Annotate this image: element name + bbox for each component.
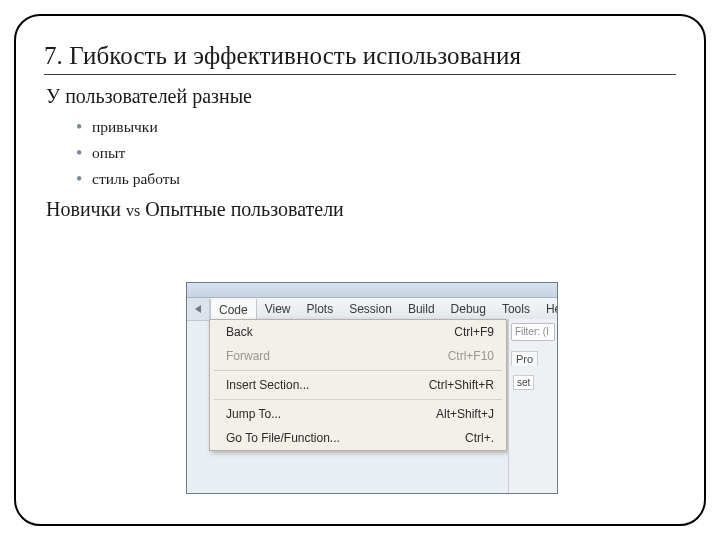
tab-build[interactable]: Build	[400, 298, 443, 320]
menu-item-go-to-file[interactable]: Go To File/Function... Ctrl+.	[210, 426, 506, 450]
slide-title: 7. Гибкость и эффективность использовани…	[44, 42, 676, 70]
menu-item-insert-section[interactable]: Insert Section... Ctrl+Shift+R	[210, 373, 506, 397]
menu-item-label: Back	[226, 325, 253, 339]
dropdown-menu: Back Ctrl+F9 Forward Ctrl+F10 Insert Sec…	[209, 319, 507, 451]
subheading-2-vs: vs	[126, 202, 140, 219]
tab-plots[interactable]: Plots	[298, 298, 341, 320]
nav-back-button[interactable]	[187, 298, 210, 320]
right-button-fragment[interactable]: set	[513, 375, 534, 390]
menu-item-shortcut: Ctrl+F10	[448, 349, 494, 363]
menu-separator	[214, 370, 502, 371]
menu-item-forward: Forward Ctrl+F10	[210, 344, 506, 368]
tab-tools[interactable]: Tools	[494, 298, 538, 320]
tab-view[interactable]: View	[257, 298, 299, 320]
slide-content: 7. Гибкость и эффективность использовани…	[44, 42, 676, 221]
subheading-2-part-b: Опытные пользователи	[140, 198, 344, 220]
right-tab-fragment[interactable]: Pro	[511, 351, 538, 366]
tab-session[interactable]: Session	[341, 298, 400, 320]
tab-help[interactable]: He	[538, 298, 558, 320]
bullet-list: привычки опыт стиль работы	[44, 114, 676, 192]
menu-separator	[214, 399, 502, 400]
menu-item-jump-to[interactable]: Jump To... Alt+Shift+J	[210, 402, 506, 426]
bullet-item: опыт	[94, 140, 676, 166]
subheading-2-part-a: Новички	[46, 198, 126, 220]
filter-input-fragment[interactable]: Filter: (I	[511, 323, 555, 341]
menu-item-shortcut: Ctrl+Shift+R	[429, 378, 494, 392]
right-panel-fragment: Filter: (I Pro set	[508, 319, 557, 493]
window-titlebar	[187, 283, 557, 298]
tab-code[interactable]: Code	[210, 299, 257, 320]
menu-item-label: Go To File/Function...	[226, 431, 340, 445]
menu-item-label: Jump To...	[226, 407, 281, 421]
arrow-left-icon	[195, 305, 201, 313]
tab-debug[interactable]: Debug	[443, 298, 494, 320]
menu-item-shortcut: Alt+Shift+J	[436, 407, 494, 421]
menu-item-shortcut: Ctrl+.	[465, 431, 494, 445]
menu-item-label: Forward	[226, 349, 270, 363]
menu-item-label: Insert Section...	[226, 378, 309, 392]
subheading-2: Новички vs Опытные пользователи	[46, 198, 676, 221]
bullet-item: привычки	[94, 114, 676, 140]
subheading-1: У пользователей разные	[46, 85, 676, 108]
menu-item-shortcut: Ctrl+F9	[454, 325, 494, 339]
title-underline	[44, 74, 676, 75]
menu-item-back[interactable]: Back Ctrl+F9	[210, 320, 506, 344]
bullet-item: стиль работы	[94, 166, 676, 192]
embedded-screenshot: Code View Plots Session Build Debug Tool…	[186, 282, 558, 494]
menubar: Code View Plots Session Build Debug Tool…	[187, 298, 557, 321]
